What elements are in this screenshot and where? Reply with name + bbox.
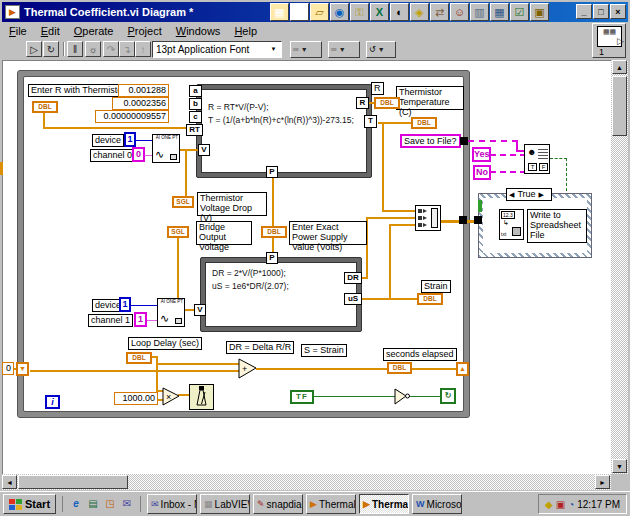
formula-output-dr[interactable]: DR <box>344 272 362 284</box>
taskbar-task-word[interactable]: WMicrosoft ... <box>412 494 462 514</box>
office-icon-tasks[interactable]: ☑ <box>510 3 529 21</box>
device1-value[interactable]: 1 <box>124 132 136 147</box>
office-icon-journal[interactable]: ▥ <box>470 3 489 21</box>
formula-input-p[interactable]: P <box>266 252 278 264</box>
continuous-run-button[interactable]: ↻ <box>43 41 59 57</box>
seconds-elapsed-label[interactable]: seconds elapsed <box>383 348 457 361</box>
dbl-terminal-temp[interactable]: DBL <box>374 97 400 109</box>
sgl-terminal-bridge[interactable]: SGL <box>167 226 189 238</box>
dbl-terminal-power[interactable]: DBL <box>261 226 287 238</box>
font-dropdown-arrow-icon[interactable]: ▼ <box>268 44 279 55</box>
office-icon-globe[interactable]: ◉ <box>330 3 349 21</box>
add-node[interactable]: + <box>238 358 257 379</box>
office-icon-new-document[interactable]: ▤ <box>290 3 309 21</box>
vertical-scroll-thumb[interactable] <box>612 76 627 136</box>
office-icon-key[interactable]: ⚿ <box>350 3 369 21</box>
constant-c[interactable]: 0.00000009557 <box>95 110 169 123</box>
formula-output-r[interactable]: R <box>356 97 369 109</box>
run-button[interactable]: ▷ <box>26 41 42 57</box>
outlook-icon[interactable]: ✉ <box>120 497 134 511</box>
dbl-terminal-seconds[interactable]: DBL <box>387 362 412 374</box>
constant-1000[interactable]: 1000.00 <box>114 392 158 405</box>
string-constant-no[interactable]: No <box>473 165 491 180</box>
menu-operate[interactable]: Operate <box>74 25 114 37</box>
ai-sample-channel-vi-icon[interactable]: AI ONE PT ∿ <box>157 298 185 327</box>
two-button-dialog-vi-icon[interactable]: ☻ T F <box>524 144 550 174</box>
string-constant-yes[interactable]: Yes <box>472 147 491 162</box>
formula-input-v[interactable]: V <box>198 144 210 156</box>
menu-edit[interactable]: Edit <box>41 25 60 37</box>
horizontal-scroll-thumb[interactable] <box>18 475 128 489</box>
office-icon-card[interactable]: ▣ <box>530 3 549 21</box>
office-icon-book[interactable]: ▦ <box>270 3 289 21</box>
menu-help[interactable]: Help <box>234 25 257 37</box>
formula-input-p[interactable]: P <box>266 166 278 178</box>
formula-input-a[interactable]: a <box>189 85 202 97</box>
scroll-up-icon[interactable]: ▲ <box>612 60 627 74</box>
align-objects-dropdown[interactable]: ▫▫▼ <box>290 41 322 58</box>
scroll-left-icon[interactable]: ◄ <box>2 475 17 489</box>
channel2-value[interactable]: 1 <box>134 312 147 327</box>
taskbar-task-snapdiag[interactable]: ✎snapdiag... <box>253 494 303 514</box>
taskbar-task-thermal-active[interactable]: ▶Therma... <box>359 494 409 514</box>
iteration-terminal[interactable]: i <box>45 395 60 409</box>
maximize-button[interactable]: □ <box>593 4 609 19</box>
shift-register-right[interactable]: ▲ <box>456 362 469 376</box>
font-selector[interactable]: 13pt Application Font ▼ <box>152 41 282 58</box>
taskbar-task-inbox[interactable]: ✉Inbox - Mi... <box>147 494 197 514</box>
start-button[interactable]: Start <box>3 494 56 514</box>
step-over-button[interactable]: ↷ <box>103 41 119 57</box>
office-icon-note[interactable]: ◈ <box>410 3 429 21</box>
case-selector[interactable]: ◀ True ▶ <box>506 188 552 201</box>
bridge-output-label[interactable]: Bridge Output Voltage <box>196 221 252 245</box>
office-icon-contacts[interactable]: ☺ <box>450 3 469 21</box>
title-bar[interactable]: ▶ Thermal Coefficient.vi Diagram * ▦ ▤ ▱… <box>2 2 628 22</box>
shift-register-left[interactable]: ▼ <box>16 362 29 376</box>
boolean-constant-tf[interactable]: TF <box>290 390 314 404</box>
wait-ms-vi-icon[interactable] <box>189 384 214 410</box>
vi-icon-badge[interactable]: ▦▦ 1 ▷ <box>592 23 626 58</box>
thermistor-voltage-label[interactable]: Thermistor Voltage Drop (V) <box>197 192 267 216</box>
internet-explorer-icon[interactable]: e <box>69 497 83 511</box>
formula-input-rt[interactable]: RT <box>186 124 203 136</box>
constant-a[interactable]: 0.001288 <box>118 84 169 97</box>
dbl-terminal-strain[interactable]: DBL <box>417 293 443 305</box>
loop-delay-label[interactable]: Loop Delay (sec) <box>128 337 202 350</box>
office-icon-calendar[interactable]: ▦ <box>490 3 509 21</box>
pause-button[interactable]: ‖ <box>67 41 83 57</box>
close-button[interactable]: × <box>610 4 626 19</box>
desktop-icon[interactable]: ▤ <box>86 497 100 511</box>
office-icon-open-folder[interactable]: ▱ <box>310 3 329 21</box>
formula-input-v[interactable]: V <box>194 304 206 316</box>
menu-project[interactable]: Project <box>127 25 161 37</box>
dbl-terminal[interactable]: DBL <box>411 117 437 129</box>
menu-file[interactable]: File <box>9 25 27 37</box>
case-prev-icon[interactable]: ◀ <box>509 189 514 200</box>
taskbar-task-labview[interactable]: ▦LabVIEW <box>200 494 250 514</box>
write-to-spreadsheet-vi-icon[interactable]: 12.3 ↳ txt <box>499 209 524 240</box>
case-next-icon[interactable]: ▶ <box>539 189 544 200</box>
power-supply-label[interactable]: Enter Exact Power Supply Value (Volts) <box>289 221 367 245</box>
thermistor-temperature-label[interactable]: Thermistor Temperature (C) <box>396 86 464 110</box>
office-icon-eye[interactable]: ◐ <box>390 3 409 21</box>
multiply-node[interactable]: × <box>162 387 180 406</box>
constant-b[interactable]: 0.0002356 <box>112 97 169 110</box>
save-to-file-terminal[interactable]: Save to File? <box>400 134 461 148</box>
distribute-objects-dropdown[interactable]: ▫▫▼ <box>328 41 360 58</box>
sgl-terminal-thermistor-v[interactable]: SGL <box>172 196 194 208</box>
formula-input-b[interactable]: b <box>189 98 202 110</box>
device2-value[interactable]: 1 <box>119 297 131 312</box>
taskbar-task-thermal[interactable]: ▶Thermal ... <box>306 494 356 514</box>
ai-sample-channel-vi-icon[interactable]: AI ONE PT ∿ <box>152 134 180 163</box>
step-out-button[interactable]: ↑ <box>135 41 151 57</box>
vertical-scrollbar[interactable]: ▲ ▼ <box>611 60 628 474</box>
office-icon-exchange[interactable]: ⇄ <box>430 3 449 21</box>
build-array-node[interactable] <box>415 205 441 231</box>
loop-condition-terminal[interactable]: ↻ <box>440 388 456 404</box>
menu-windows[interactable]: Windows <box>176 25 221 37</box>
scroll-right-icon[interactable]: ► <box>595 475 610 489</box>
highlight-execution-button[interactable]: ☼ <box>85 41 101 57</box>
horizontal-scrollbar[interactable]: ◄ ► <box>2 474 611 490</box>
formula-output-us[interactable]: uS <box>344 293 362 305</box>
step-into-button[interactable]: ↴ <box>119 41 135 57</box>
